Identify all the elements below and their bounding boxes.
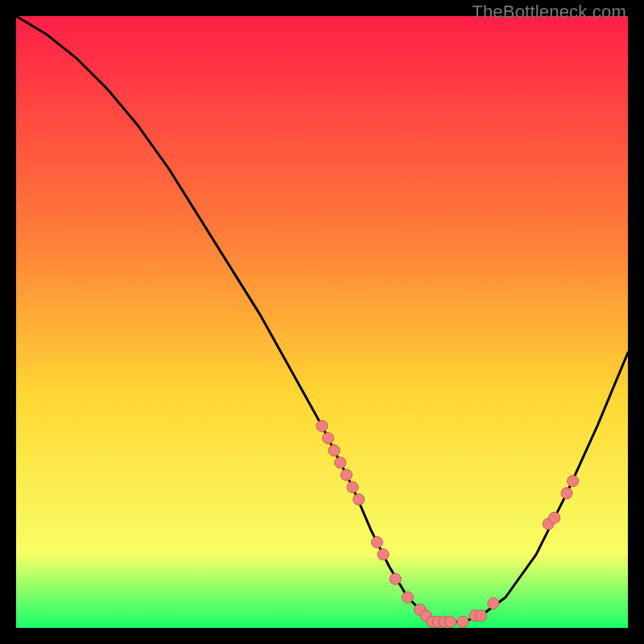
highlight-dot: [390, 573, 401, 584]
highlight-dot: [341, 469, 352, 481]
highlight-dot: [402, 592, 413, 603]
highlight-dot: [561, 488, 572, 499]
highlight-dot: [371, 537, 382, 548]
watermark-text: TheBottleneck.com: [472, 2, 626, 23]
gradient-background: [16, 16, 628, 628]
highlight-dot: [488, 598, 499, 609]
highlight-dot: [316, 420, 328, 431]
highlight-dot: [378, 549, 389, 560]
chart-svg: [16, 16, 628, 628]
highlight-dot: [445, 616, 456, 627]
highlight-dot: [476, 610, 487, 621]
chart-frame: [16, 16, 628, 628]
highlight-dot: [549, 512, 560, 523]
highlight-dot: [323, 432, 334, 444]
highlight-dot: [353, 493, 365, 505]
highlight-dot: [328, 445, 340, 456]
highlight-dot: [335, 457, 346, 469]
highlight-dot: [457, 616, 469, 627]
highlight-dot: [568, 476, 579, 487]
highlight-dot: [347, 481, 358, 493]
